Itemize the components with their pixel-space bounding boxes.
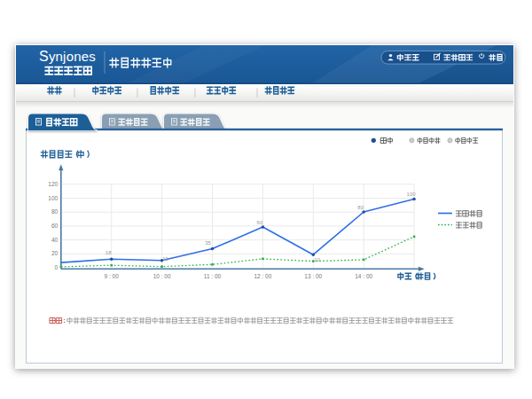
svg-text:120: 120 xyxy=(48,181,58,187)
svg-text:10: 10 xyxy=(162,256,168,262)
svg-text:40: 40 xyxy=(51,237,59,243)
svg-text:60: 60 xyxy=(257,220,263,225)
svg-text:20: 20 xyxy=(51,250,59,256)
svg-text:60: 60 xyxy=(51,223,59,229)
svg-text:12 : 00: 12 : 00 xyxy=(254,273,271,279)
svg-text:18: 18 xyxy=(106,250,112,255)
svg-text:13 : 00: 13 : 00 xyxy=(304,273,322,279)
svg-text:100: 100 xyxy=(48,195,58,201)
svg-text:9 : 00: 9 : 00 xyxy=(105,273,120,279)
svg-text:Synjones: Synjones xyxy=(39,49,96,64)
svg-text:0: 0 xyxy=(55,264,59,270)
svg-text:80: 80 xyxy=(51,208,59,215)
svg-text:10: 10 xyxy=(314,257,320,262)
svg-text:10 : 00: 10 : 00 xyxy=(153,273,171,279)
svg-text:11 : 00: 11 : 00 xyxy=(204,273,222,279)
svg-text:35: 35 xyxy=(205,240,211,246)
svg-text:14 : 00: 14 : 00 xyxy=(355,273,372,279)
svg-text:80: 80 xyxy=(357,205,364,210)
svg-text:100: 100 xyxy=(407,192,417,197)
